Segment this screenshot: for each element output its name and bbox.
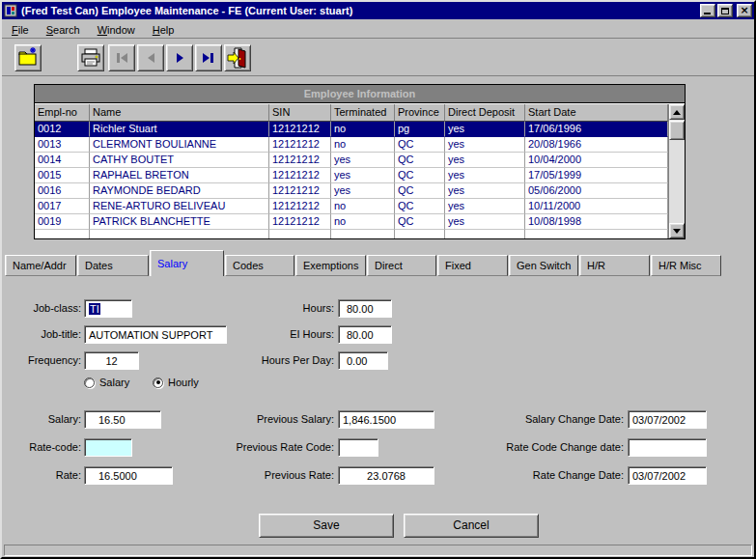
menu-window[interactable]: Window xyxy=(89,22,144,38)
app-window: (Fred Test Can) Employee Maintenance - F… xyxy=(0,0,756,559)
previous-salary-input[interactable]: 1,846.1500 xyxy=(338,410,434,429)
column-header-direct-deposit: Direct Deposit xyxy=(445,104,525,122)
tab-salary[interactable]: Salary xyxy=(150,250,224,276)
column-header-province: Province xyxy=(395,104,445,122)
table-row[interactable]: 0013CLERMONT BOULIANNE12121212noQCyes20/… xyxy=(35,137,668,153)
close-button[interactable]: × xyxy=(737,4,752,17)
table-cell: no xyxy=(331,214,395,230)
tab-codes[interactable]: Codes xyxy=(225,255,294,276)
exit-door-icon xyxy=(226,46,249,70)
scroll-up-button[interactable] xyxy=(669,104,685,120)
maximize-button[interactable] xyxy=(717,4,733,17)
table-cell: 05/06/2000 xyxy=(525,183,668,199)
previous-rate-input[interactable]: 23.0768 xyxy=(338,466,434,485)
table-row[interactable]: 0017RENE-ARTURO BELIVEAU12121212noQCyes1… xyxy=(35,199,668,214)
table-cell: 12121212 xyxy=(269,168,331,183)
hours-per-day-input[interactable]: 0.00 xyxy=(338,351,388,370)
scrollbar-thumb[interactable] xyxy=(669,121,685,140)
tab-name-addr[interactable]: Name/Addr xyxy=(5,255,76,276)
table-row[interactable]: 0016RAYMONDE BEDARD12121212yesQCyes05/06… xyxy=(35,183,668,199)
table-cell: yes xyxy=(331,183,395,199)
table-cell: pg xyxy=(395,122,445,137)
hourly-radio-label: Hourly xyxy=(168,377,199,388)
tab-h-r-misc[interactable]: H/R Misc xyxy=(651,255,721,276)
table-cell: 10/11/2000 xyxy=(525,199,668,214)
table-cell: 17/05/1999 xyxy=(525,168,668,183)
hours-input[interactable]: 80.00 xyxy=(338,299,392,318)
table-row[interactable]: 0015RAPHAEL BRETON12121212yesQCyes17/05/… xyxy=(35,168,668,183)
salary-input[interactable]: 16.50 xyxy=(84,410,161,429)
menu-search[interactable]: Search xyxy=(38,22,89,38)
table-cell: 0017 xyxy=(35,199,90,214)
exit-button[interactable] xyxy=(224,44,251,71)
table-cell: 0019 xyxy=(35,214,90,230)
rate-code-input[interactable] xyxy=(84,438,132,457)
table-cell: 10/04/2000 xyxy=(525,153,668,168)
column-header-terminated: Terminated xyxy=(331,104,395,122)
table-cell: 12121212 xyxy=(269,214,331,230)
table-cell: QC xyxy=(395,214,445,230)
table-row-empty xyxy=(35,230,668,238)
app-icon[interactable] xyxy=(4,4,17,17)
table-cell: yes xyxy=(445,183,525,199)
tab-exemptions[interactable]: Exemptions xyxy=(295,255,366,276)
previous-rate-code-input[interactable] xyxy=(338,438,378,457)
table-cell: QC xyxy=(395,168,445,183)
table-header-row: Empl-noNameSINTerminatedProvinceDirect D… xyxy=(35,104,668,122)
table-cell: 10/08/1998 xyxy=(525,214,668,230)
table-cell xyxy=(395,230,445,238)
rate-input[interactable]: 16.5000 xyxy=(84,466,173,485)
rate-code-label: Rate-code: xyxy=(4,438,81,457)
table-cell: yes xyxy=(331,168,395,183)
table-cell: 20/08/1966 xyxy=(525,137,668,153)
table-cell: 12121212 xyxy=(269,183,331,199)
rate-code-change-date-label: Rate Code Change date: xyxy=(479,438,624,457)
new-record-button[interactable] xyxy=(14,44,42,71)
tab-dates[interactable]: Dates xyxy=(77,255,149,276)
menu-file[interactable]: File xyxy=(3,22,38,38)
table-cell: QC xyxy=(395,137,445,153)
employee-grid: Empl-noNameSINTerminatedProvinceDirect D… xyxy=(35,104,668,238)
last-record-button[interactable] xyxy=(195,44,222,71)
ei-hours-input[interactable]: 80.00 xyxy=(338,325,392,344)
table-row[interactable]: 0012Richler Stuart12121212nopgyes17/06/1… xyxy=(35,122,668,137)
table-cell: CLERMONT BOULIANNE xyxy=(90,137,269,153)
employee-table-title: Employee Information xyxy=(35,85,685,103)
salary-label: Salary: xyxy=(4,410,81,429)
save-button[interactable]: Save xyxy=(259,514,394,538)
salary-form: Job-class: TI Hours: 80.00 Job-title: AU… xyxy=(2,276,754,542)
tab-direct[interactable]: Direct xyxy=(367,255,436,276)
table-scrollbar[interactable] xyxy=(668,104,685,238)
table-row[interactable]: 0019PATRICK BLANCHETTE12121212noQCyes10/… xyxy=(35,214,668,230)
table-cell: no xyxy=(331,199,395,214)
arrow-down-icon xyxy=(673,229,681,234)
tab-fixed[interactable]: Fixed xyxy=(437,255,508,276)
scroll-down-button[interactable] xyxy=(669,223,685,238)
table-cell: 12121212 xyxy=(269,122,331,137)
rate-code-change-date-input[interactable] xyxy=(628,438,707,457)
rate-change-date-label: Rate Change Date: xyxy=(479,466,624,485)
menu-help[interactable]: Help xyxy=(144,22,183,38)
cancel-button[interactable]: Cancel xyxy=(404,514,539,538)
rate-change-date-input[interactable]: 03/07/2002 xyxy=(628,466,707,485)
table-cell: Richler Stuart xyxy=(90,122,269,137)
hours-per-day-label: Hours Per Day: xyxy=(224,351,334,370)
minimize-button[interactable] xyxy=(700,4,715,17)
print-button[interactable] xyxy=(77,44,104,71)
table-cell: yes xyxy=(445,168,525,183)
title-bar: (Fred Test Can) Employee Maintenance - F… xyxy=(2,2,754,19)
table-cell: QC xyxy=(395,153,445,168)
maximize-icon xyxy=(721,8,729,14)
job-title-input[interactable]: AUTOMATION SUPPORT xyxy=(84,325,227,344)
salary-radio[interactable]: Salary xyxy=(84,377,129,388)
next-record-button[interactable] xyxy=(166,44,193,71)
status-bar xyxy=(4,545,752,556)
job-class-input[interactable]: TI xyxy=(84,299,132,318)
frequency-input[interactable]: 12 xyxy=(84,351,139,370)
tab-h-r[interactable]: H/R xyxy=(579,255,650,276)
salary-change-date-input[interactable]: 03/07/2002 xyxy=(628,410,707,429)
column-header-sin: SIN xyxy=(269,104,331,122)
hourly-radio[interactable]: Hourly xyxy=(153,377,199,388)
tab-gen-switch[interactable]: Gen Switch xyxy=(509,255,578,276)
table-row[interactable]: 0014CATHY BOUTET12121212yesQCyes10/04/20… xyxy=(35,153,668,168)
